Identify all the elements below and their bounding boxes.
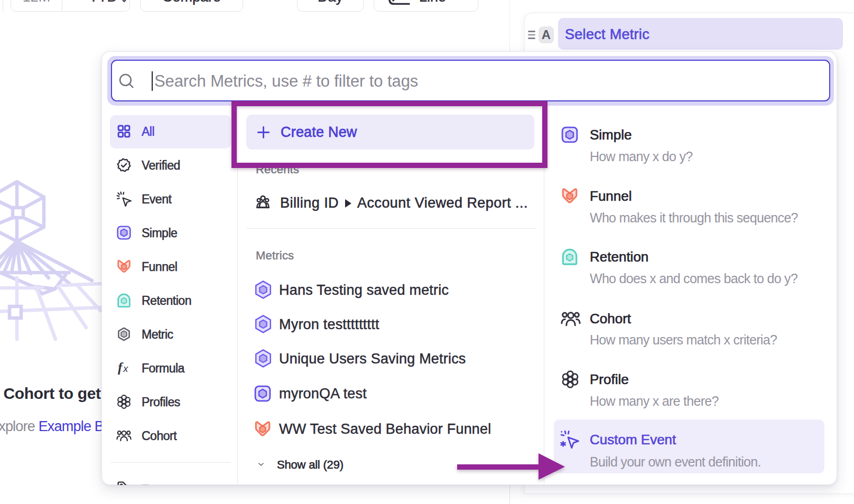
svg-text:x: x (123, 363, 128, 374)
